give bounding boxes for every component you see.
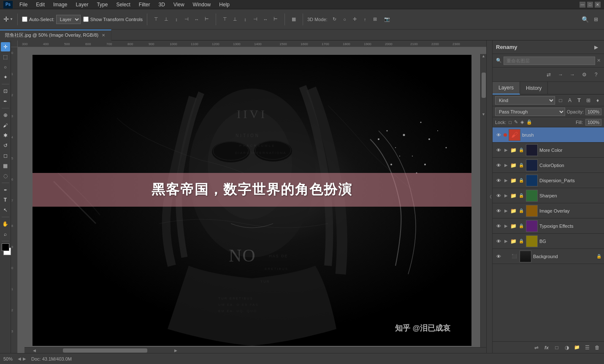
layer-typoxign-visibility[interactable]: 👁 — [495, 223, 502, 229]
layer-background-visibility[interactable]: 👁 — [495, 253, 502, 260]
new-group-icon[interactable]: 📁 — [573, 343, 581, 352]
tab-close-btn[interactable]: ✕ — [101, 33, 106, 38]
3d-slide-icon[interactable]: ↑ — [360, 15, 370, 24]
3d-pan-icon[interactable]: ✛ — [350, 15, 360, 24]
panel-collapse-btn[interactable]: 《 — [486, 40, 492, 353]
ps-logo[interactable]: Ps — [3, 1, 13, 8]
vscroll-up-arrow[interactable]: ▲ — [482, 54, 485, 58]
auto-select-checkbox[interactable] — [22, 16, 27, 22]
window-minimize[interactable]: — — [580, 2, 585, 8]
lock-transparent-icon[interactable]: □ — [509, 120, 512, 125]
magic-wand-btn[interactable]: ✦ — [1, 73, 10, 82]
scroll-right-arrow[interactable]: ▶ — [23, 356, 26, 361]
foreground-color[interactable] — [2, 243, 9, 251]
layer-image-overlay[interactable]: 👁 ▶ 📁 🔒 Image Overlay — [493, 203, 604, 218]
dist-vcenter-icon[interactable]: ⊥ — [230, 15, 240, 24]
menu-window[interactable]: Window — [190, 1, 214, 8]
layer-typoxign-expand[interactable]: ▶ — [504, 224, 509, 229]
layer-typoxign-effects[interactable]: 👁 ▶ 📁 🔒 Typoxign Effects — [493, 218, 604, 234]
align-bottom-icon[interactable]: ↕ — [172, 15, 181, 24]
new-layer-icon[interactable]: ☰ — [583, 343, 591, 352]
layer-background[interactable]: 👁 ⬛ Background 🔒 — [493, 249, 604, 264]
fx-icon[interactable]: fx — [542, 343, 551, 352]
dist-top-icon[interactable]: ⊤ — [220, 15, 230, 24]
transform-controls-checkbox[interactable] — [83, 16, 89, 22]
menu-3d[interactable]: 3D — [155, 1, 168, 8]
dist-left-icon[interactable]: ⊣ — [251, 15, 260, 24]
layer-brush[interactable]: 👁 🖌 brush — [493, 127, 604, 143]
opacity-value[interactable]: 100% — [585, 108, 601, 115]
kind-pixel-icon[interactable]: □ — [557, 97, 564, 104]
kind-smart-icon[interactable]: ♦ — [594, 97, 601, 104]
layer-color-option[interactable]: 👁 ▶ 📁 🔒 ColorOption — [493, 158, 604, 173]
marquee-tool-btn[interactable]: ⬚ — [1, 52, 10, 62]
menu-filter[interactable]: Filter — [135, 1, 154, 8]
layer-more-color-visibility[interactable]: 👁 — [495, 147, 502, 154]
history-brush-btn[interactable]: ↺ — [1, 141, 10, 150]
hscroll-thumb[interactable] — [63, 348, 147, 353]
menu-layer[interactable]: Layer — [72, 1, 92, 8]
menu-file[interactable]: File — [16, 1, 31, 8]
vscroll-down-arrow[interactable]: ▼ — [482, 112, 485, 116]
lock-image-icon[interactable]: ✎ — [514, 119, 518, 125]
auto-select-dropdown[interactable]: Layer — [56, 15, 81, 24]
icon-help[interactable]: ? — [591, 70, 601, 79]
gradient-btn[interactable]: ▦ — [1, 161, 10, 170]
lasso-tool-btn[interactable]: ○ — [1, 62, 10, 72]
eraser-btn[interactable]: ◻ — [1, 151, 10, 160]
layer-image-overlay-visibility[interactable]: 👁 — [495, 208, 502, 214]
pen-tool-btn[interactable]: ✒ — [1, 185, 10, 194]
blend-mode-dropdown[interactable]: Pass Through Normal Multiply Screen Over… — [495, 108, 565, 116]
horizontal-scrollbar[interactable]: ◀ ▶ — [24, 347, 486, 353]
layer-dispersion-visibility[interactable]: 👁 — [495, 177, 502, 184]
fill-value[interactable]: 100% — [585, 119, 601, 126]
icon-arrow-right-1[interactable]: → — [556, 70, 565, 79]
layer-bg[interactable]: 👁 ▶ 📁 🔒 BG — [493, 234, 604, 249]
dodge-btn[interactable]: ◌ — [1, 171, 10, 181]
layer-more-color-expand[interactable]: ▶ — [504, 148, 509, 153]
layer-dispersion-parts[interactable]: 👁 ▶ 📁 🔒 Dispersion_Parts — [493, 173, 604, 188]
hscroll-right-arrow[interactable]: ▶ — [174, 348, 177, 353]
layer-more-color[interactable]: 👁 ▶ 📁 🔒 More Color — [493, 143, 604, 158]
kind-adjustment-icon[interactable]: A — [566, 97, 574, 104]
layer-color-option-visibility[interactable]: 👁 — [495, 162, 502, 169]
tab-layers[interactable]: Layers — [493, 82, 520, 94]
menu-help[interactable]: Help — [216, 1, 233, 8]
link-layers-icon[interactable]: ⇌ — [532, 343, 541, 352]
canvas-content[interactable]: IIVI NITION PHACRSUMLE DIARS INTERNATION… — [18, 47, 486, 353]
icon-settings[interactable]: ⚙ — [580, 70, 589, 79]
align-right-icon[interactable]: ⊢ — [202, 15, 211, 24]
play-btn[interactable]: ▶ — [591, 43, 601, 52]
document-tab[interactable]: 陪鱼社区.jpg @ 50% (Image Overlay, RGB/8) ✕ — [0, 30, 111, 40]
healing-brush-btn[interactable]: ⊕ — [1, 111, 10, 120]
menu-image[interactable]: Image — [50, 1, 70, 8]
adjustment-layer-icon[interactable]: ◑ — [563, 343, 571, 352]
type-tool-btn[interactable]: T — [1, 195, 10, 205]
dist-bottom-icon[interactable]: ↕ — [241, 15, 250, 24]
layer-bg-visibility[interactable]: 👁 — [495, 238, 502, 245]
align-hcenter-icon[interactable]: ↔ — [192, 15, 201, 24]
layer-dispersion-expand[interactable]: ▶ — [504, 178, 509, 183]
layer-brush-visibility[interactable]: 👁 — [495, 132, 502, 138]
zoom-tool-btn[interactable]: ⌕ — [1, 229, 10, 239]
layer-sharpen-visibility[interactable]: 👁 — [495, 192, 502, 199]
kind-dropdown[interactable]: Kind — [495, 96, 555, 105]
3d-camera-icon[interactable]: 📷 — [382, 15, 392, 24]
tab-history[interactable]: History — [520, 82, 548, 94]
kind-shape-icon[interactable]: ⊞ — [585, 97, 592, 104]
scroll-left-arrow[interactable]: ◀ — [18, 356, 21, 361]
icon-arrow-right-2[interactable]: → — [568, 70, 577, 79]
menu-select[interactable]: Select — [113, 1, 133, 8]
dist-hcenter-icon[interactable]: ↔ — [261, 15, 270, 24]
delete-layer-icon[interactable]: 🗑 — [593, 343, 601, 352]
artboard-icon[interactable]: ▦ — [289, 15, 298, 24]
hand-tool-btn[interactable]: ✋ — [1, 219, 10, 229]
move-tool-btn[interactable]: ✛ — [1, 42, 10, 51]
3d-roll-icon[interactable]: ○ — [340, 15, 349, 24]
layer-image-overlay-expand[interactable]: ▶ — [504, 208, 509, 213]
toolbar-search-icon[interactable]: 🔍 — [582, 16, 589, 23]
toolbar-arrange-icon[interactable]: ⊞ — [591, 15, 601, 24]
vscroll-thumb[interactable] — [482, 73, 486, 98]
3d-scale-icon[interactable]: ⊞ — [371, 15, 380, 24]
window-maximize[interactable]: □ — [587, 2, 593, 8]
